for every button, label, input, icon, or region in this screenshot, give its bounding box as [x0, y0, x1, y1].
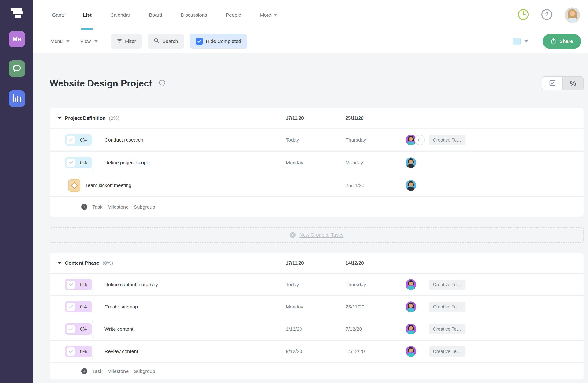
milestone-row[interactable]: Team kickoff meeting25/11/20	[50, 174, 584, 196]
project-color-swatch[interactable]	[513, 38, 521, 45]
assignee-avatar[interactable]	[405, 157, 416, 168]
group-end-date: 14/12/20	[346, 260, 404, 266]
filter-button-label: Filter	[125, 38, 136, 44]
task-name-cell: Team kickoff meeting	[50, 179, 286, 191]
tab-discussions[interactable]: Discussions	[181, 0, 207, 30]
add-task-link[interactable]: Task	[92, 204, 102, 210]
comment-icon[interactable]	[159, 79, 166, 88]
resource-tag[interactable]: Creative Te…	[429, 346, 465, 357]
assignee-avatar[interactable]	[405, 279, 416, 290]
task-checkbox[interactable]	[67, 325, 75, 333]
task-progress-value: 0%	[75, 349, 92, 354]
top-navigation: Gantt List Calendar Board Discussions Pe…	[34, 0, 588, 30]
plus-icon: +	[290, 232, 296, 238]
milestone-diamond-icon[interactable]	[68, 179, 80, 191]
assignee-avatar[interactable]	[405, 180, 416, 191]
search-button-label: Search	[162, 38, 178, 44]
task-tag-cell: Creative Te…	[429, 346, 584, 357]
task-checkbox[interactable]	[67, 281, 75, 289]
progress-chip[interactable]: 0%	[65, 323, 92, 335]
add-plus-icon[interactable]: +	[81, 368, 87, 374]
group-percent: (0%)	[103, 260, 113, 266]
help-icon[interactable]: ?	[541, 9, 552, 21]
task-name[interactable]: Define content hierarchy	[105, 282, 158, 287]
add-plus-icon[interactable]: +	[81, 204, 87, 210]
checkbox-icon	[549, 80, 556, 87]
task-checkbox[interactable]	[67, 136, 75, 144]
progress-chip-wrap: 0%	[65, 134, 92, 146]
new-group-of-tasks-button[interactable]: + New Group of Tasks	[50, 227, 584, 243]
task-tag-cell: Creative Te…	[429, 324, 584, 334]
task-row[interactable]: 0%Define content hierarchyTodayThursdayC…	[50, 273, 584, 295]
task-tag-cell: Creative Te…	[429, 135, 584, 145]
progress-chip[interactable]: 0%	[65, 157, 92, 168]
add-subgroup-link[interactable]: Subgroup	[134, 368, 155, 374]
task-row[interactable]: 0%Review content9/12/2014/12/20Creative …	[50, 340, 584, 362]
tab-more[interactable]: More	[260, 0, 277, 30]
tab-people[interactable]: People	[226, 0, 241, 30]
teamgantt-logo-icon[interactable]	[11, 8, 23, 19]
task-name[interactable]: Conduct research	[105, 137, 143, 143]
chevron-down-icon	[66, 40, 70, 43]
task-checkbox[interactable]	[67, 347, 75, 356]
milestone-name[interactable]: Team kickoff meeting	[85, 182, 131, 188]
progress-chip[interactable]: 0%	[65, 301, 92, 313]
checkbox-view-toggle[interactable]	[542, 77, 563, 90]
chevron-down-icon	[94, 40, 98, 43]
filter-button[interactable]: Filter	[111, 34, 142, 48]
progress-chip[interactable]: 0%	[65, 134, 92, 146]
tab-gantt[interactable]: Gantt	[52, 0, 64, 30]
task-name[interactable]: Create sitemap	[105, 304, 138, 310]
add-task-link[interactable]: Task	[92, 368, 102, 374]
task-row[interactable]: 0%Conduct researchTodayThursday+1Creativ…	[50, 128, 584, 151]
tab-list[interactable]: List	[83, 0, 91, 30]
task-name[interactable]: Define project scope	[105, 160, 149, 165]
time-tracking-icon[interactable]	[518, 9, 529, 21]
assignee-avatar[interactable]	[405, 346, 416, 357]
resource-tag[interactable]: Creative Te…	[429, 135, 465, 145]
task-name[interactable]: Write content	[105, 326, 133, 332]
task-end-date: 25/11/20	[346, 182, 404, 188]
percent-view-toggle[interactable]: %	[563, 77, 583, 90]
assignee-avatar[interactable]	[405, 301, 416, 312]
task-name[interactable]: Review content	[105, 349, 138, 354]
task-checkbox[interactable]	[67, 159, 75, 167]
user-avatar[interactable]	[565, 7, 580, 23]
menu-dropdown[interactable]: Menu	[50, 38, 70, 44]
task-checkbox[interactable]	[67, 303, 75, 311]
app: Me Gantt	[0, 0, 588, 383]
resource-tag[interactable]: Creative Te…	[429, 302, 465, 312]
task-progress-value: 0%	[75, 304, 92, 310]
progress-chip[interactable]: 0%	[65, 279, 92, 290]
assignee-overflow-badge[interactable]: +1	[414, 135, 425, 145]
color-swatch-caret-icon[interactable]	[524, 40, 528, 43]
tab-label: More	[260, 12, 271, 18]
tab-board[interactable]: Board	[149, 0, 162, 30]
add-subgroup-link[interactable]: Subgroup	[134, 204, 155, 210]
resource-tag[interactable]: Creative Te…	[429, 280, 465, 290]
collapse-caret-icon[interactable]	[58, 262, 61, 264]
add-milestone-link[interactable]: Milestone	[107, 204, 129, 210]
hide-completed-toggle[interactable]: Hide Completed	[190, 34, 247, 48]
task-row[interactable]: 0%Define project scopeMondayMonday	[50, 151, 584, 174]
task-start-date: Today	[286, 137, 346, 143]
sidebar-item-charts[interactable]	[9, 90, 25, 107]
group-start-date: 17/11/20	[286, 115, 346, 121]
task-row[interactable]: 0%Create sitemapMonday26/11/20Creative T…	[50, 295, 584, 318]
assignee-avatar[interactable]	[405, 324, 416, 335]
search-button[interactable]: Search	[147, 34, 184, 48]
collapse-caret-icon[interactable]	[58, 117, 61, 119]
progress-chip[interactable]: 0%	[65, 346, 92, 357]
task-row[interactable]: 0%Write content1/12/207/12/20Creative Te…	[50, 318, 584, 340]
task-name-cell: 0%Write content	[50, 323, 286, 335]
resource-tag[interactable]: Creative Te…	[429, 324, 465, 334]
sidebar-item-me[interactable]: Me	[9, 31, 25, 47]
share-button[interactable]: Share	[543, 34, 581, 49]
add-milestone-link[interactable]: Milestone	[107, 368, 129, 374]
sidebar-item-discussions[interactable]	[9, 61, 25, 77]
view-dropdown[interactable]: View	[80, 38, 98, 44]
percent-label: %	[570, 80, 576, 88]
main-area: Gantt List Calendar Board Discussions Pe…	[34, 0, 588, 383]
task-assignees	[404, 346, 429, 357]
tab-calendar[interactable]: Calendar	[110, 0, 130, 30]
